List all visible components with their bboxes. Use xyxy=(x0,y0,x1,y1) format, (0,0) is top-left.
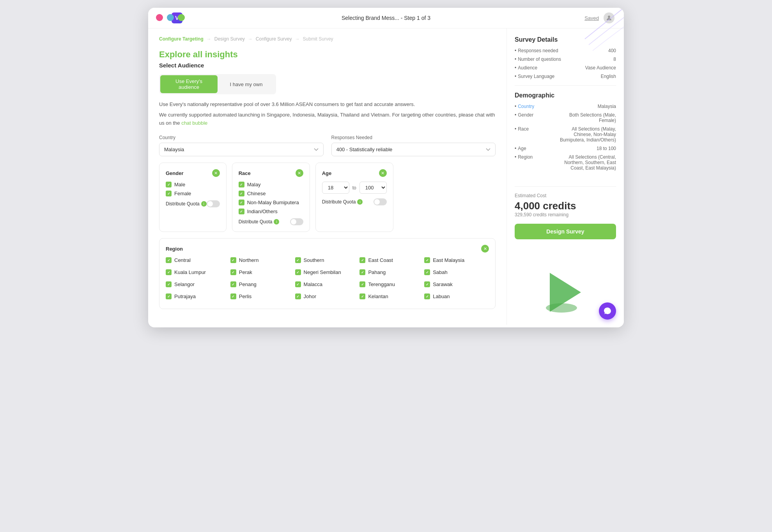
region-check-icon[interactable]: ✕ xyxy=(481,245,489,253)
responses-select[interactable]: 400 - Statistically reliable 100 200 xyxy=(331,143,496,156)
breadcrumb-step3[interactable]: Configure Survey xyxy=(256,36,292,42)
eastmalaysia-checkbox[interactable] xyxy=(424,257,430,263)
female-checkbox[interactable] xyxy=(166,191,172,196)
gender-quota-toggle[interactable] xyxy=(207,200,220,207)
age-from-select[interactable]: 18 21 25 xyxy=(322,182,349,194)
terengganu-checkbox[interactable] xyxy=(359,281,365,287)
eastcoast-checkbox[interactable] xyxy=(359,257,365,263)
region-terengganu[interactable]: Terengganu xyxy=(359,281,424,287)
page-title: Explore all insights xyxy=(159,49,496,60)
saved-text[interactable]: Saved xyxy=(584,15,599,21)
region-malacca[interactable]: Malacca xyxy=(295,281,360,287)
labuan-checkbox[interactable] xyxy=(424,293,430,299)
responses-needed-label: Responses needed xyxy=(515,48,558,53)
region-eastcoast[interactable]: East Coast xyxy=(359,257,424,263)
central-checkbox[interactable] xyxy=(166,257,172,263)
johor-checkbox[interactable] xyxy=(295,293,301,299)
non-malay-label: Non-Malay Bumiputera xyxy=(247,200,299,205)
chat-link[interactable]: chat bubble xyxy=(181,120,207,126)
demo-region-label: Region xyxy=(515,154,533,160)
race-quota-toggle[interactable] xyxy=(290,218,303,225)
age-to-label: to xyxy=(352,185,356,191)
sarawak-checkbox[interactable] xyxy=(424,281,430,287)
demo-age-value: 18 to 100 xyxy=(597,146,616,151)
gender-quota-info[interactable]: i xyxy=(201,201,207,207)
region-negeri[interactable]: Negeri Sembilan xyxy=(295,269,360,275)
chat-bubble-button[interactable] xyxy=(599,302,616,320)
non-malay-checkbox[interactable] xyxy=(239,200,244,205)
region-northern[interactable]: Northern xyxy=(230,257,295,263)
pahang-checkbox[interactable] xyxy=(359,269,365,275)
selangor-checkbox[interactable] xyxy=(166,281,172,287)
age-quota-info[interactable]: i xyxy=(357,199,363,205)
race-check-icon[interactable]: ✕ xyxy=(296,169,303,177)
race-header: Race ✕ xyxy=(239,169,303,177)
country-select[interactable]: Malaysia Singapore Indonesia Thailand Vi… xyxy=(159,143,324,156)
race-chinese[interactable]: Chinese xyxy=(239,191,303,196)
sidebar-age: Age 18 to 100 xyxy=(515,146,616,151)
penang-checkbox[interactable] xyxy=(230,281,236,287)
malay-checkbox[interactable] xyxy=(239,182,244,187)
region-johor[interactable]: Johor xyxy=(295,293,360,299)
gender-male[interactable]: Male xyxy=(166,182,220,187)
negeri-label: Negeri Sembilan xyxy=(304,269,341,275)
close-button[interactable] xyxy=(156,14,163,21)
region-kelantan[interactable]: Kelantan xyxy=(359,293,424,299)
sabah-checkbox[interactable] xyxy=(424,269,430,275)
malacca-checkbox[interactable] xyxy=(295,281,301,287)
region-putrajaya[interactable]: Putrajaya xyxy=(166,293,230,299)
user-avatar[interactable] xyxy=(604,12,614,23)
negeri-checkbox[interactable] xyxy=(295,269,301,275)
sidebar-country: Country Malaysia xyxy=(515,104,616,109)
region-box: Region ✕ Central Kuala Lumpur xyxy=(159,238,496,309)
male-checkbox[interactable] xyxy=(166,182,172,187)
kl-checkbox[interactable] xyxy=(166,269,172,275)
minimize-button[interactable] xyxy=(167,14,174,21)
region-kl[interactable]: Kuala Lumpur xyxy=(166,269,230,275)
toggle-own-button[interactable]: I have my own xyxy=(218,75,275,93)
region-labuan[interactable]: Labuan xyxy=(424,293,489,299)
section-subtitle: Select Audience xyxy=(159,62,496,69)
indian-checkbox[interactable] xyxy=(239,209,244,214)
age-quota-toggle[interactable] xyxy=(374,198,387,205)
breadcrumb-step2[interactable]: Design Survey xyxy=(214,36,245,42)
demo-region-value: All Selections (Central, Northern, South… xyxy=(558,154,616,171)
race-non-malay[interactable]: Non-Malay Bumiputera xyxy=(239,200,303,205)
design-survey-button[interactable]: Design Survey xyxy=(515,224,616,239)
perak-checkbox[interactable] xyxy=(230,269,236,275)
region-southern[interactable]: Southern xyxy=(295,257,360,263)
region-sabah[interactable]: Sabah xyxy=(424,269,489,275)
maximize-button[interactable] xyxy=(178,14,185,21)
perlis-checkbox[interactable] xyxy=(230,293,236,299)
putrajaya-checkbox[interactable] xyxy=(166,293,172,299)
region-pahang[interactable]: Pahang xyxy=(359,269,424,275)
sidebar-race: Race All Selections (Malay, Chinese, Non… xyxy=(515,126,616,143)
header-right: Saved xyxy=(584,12,614,23)
toggle-everys-button[interactable]: Use Every's audience xyxy=(160,75,218,93)
southern-checkbox[interactable] xyxy=(295,257,301,263)
region-perak[interactable]: Perak xyxy=(230,269,295,275)
gender-female[interactable]: Female xyxy=(166,191,220,196)
kelantan-label: Kelantan xyxy=(368,293,388,299)
region-selangor[interactable]: Selangor xyxy=(166,281,230,287)
demo-gender-value: Both Selections (Male, Female) xyxy=(558,112,616,123)
region-eastmalaysia[interactable]: East Malaysia xyxy=(424,257,489,263)
northern-checkbox[interactable] xyxy=(230,257,236,263)
kelantan-checkbox[interactable] xyxy=(359,293,365,299)
race-malay[interactable]: Malay xyxy=(239,182,303,187)
age-check-icon[interactable]: ✕ xyxy=(379,169,387,177)
age-to-select[interactable]: 100 65 55 xyxy=(359,182,387,194)
region-penang[interactable]: Penang xyxy=(230,281,295,287)
race-quota-info[interactable]: i xyxy=(274,219,279,224)
region-perlis[interactable]: Perlis xyxy=(230,293,295,299)
region-sarawak[interactable]: Sarawak xyxy=(424,281,489,287)
responses-label: Responses Needed xyxy=(331,135,496,140)
chinese-checkbox[interactable] xyxy=(239,191,244,196)
gender-check-icon[interactable]: ✕ xyxy=(212,169,220,177)
breadcrumb-step1[interactable]: Configure Targeting xyxy=(159,36,204,42)
region-central[interactable]: Central xyxy=(166,257,230,263)
race-indian[interactable]: Indian/Others xyxy=(239,209,303,214)
sidebar-audience: Audience Vase Audience xyxy=(515,65,616,71)
language-label: Survey Language xyxy=(515,74,554,79)
northern-label: Northern xyxy=(239,257,259,263)
